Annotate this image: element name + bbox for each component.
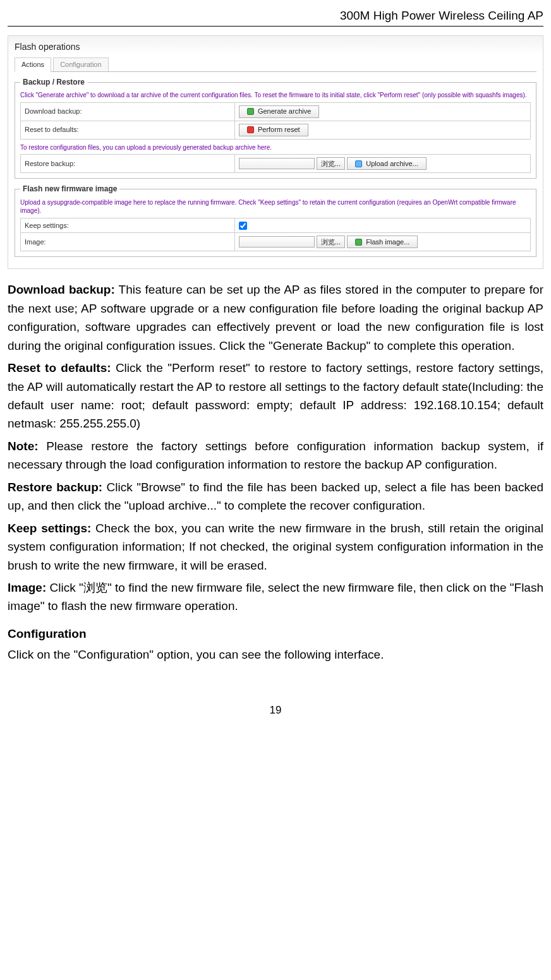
para-keep-settings: Keep settings: Check the box, you can wr… xyxy=(8,519,543,575)
browse-button-image[interactable]: 浏览... xyxy=(317,236,345,248)
configuration-heading: Configuration xyxy=(8,624,543,643)
flash-table: Keep settings: Image: 浏览... Flash image.… xyxy=(20,218,531,252)
download-backup-label: Download backup: xyxy=(21,102,235,121)
archive-icon xyxy=(247,108,254,115)
keep-settings-label: Keep settings: xyxy=(21,218,235,233)
restore-backup-label: Restore backup: xyxy=(21,155,235,173)
generate-archive-label: Generate archive xyxy=(258,107,311,116)
para-image: Image: Click "浏览" to find the new firmwa… xyxy=(8,578,543,616)
text-note: Please restore the factory settings befo… xyxy=(8,439,543,471)
para-note: Note: Please restore the factory setting… xyxy=(8,437,543,474)
upload-archive-button[interactable]: Upload archive... xyxy=(347,157,427,170)
perform-reset-label: Perform reset xyxy=(258,125,300,134)
restore-file-input[interactable] xyxy=(239,158,315,169)
label-keep-settings: Keep settings: xyxy=(8,522,91,535)
label-restore-backup: Restore backup: xyxy=(8,481,102,494)
image-cell: 浏览... Flash image... xyxy=(234,233,530,251)
table-row: Download backup: Generate archive xyxy=(21,102,531,121)
flash-image-label: Flash image... xyxy=(366,237,409,247)
page-header-title: 300M High Power Wireless Ceiling AP xyxy=(340,6,543,25)
tab-bar: Actions Configuration xyxy=(15,57,536,72)
upload-archive-label: Upload archive... xyxy=(366,159,418,169)
backup-restore-section: Backup / Restore Click "Generate archive… xyxy=(15,77,536,179)
page-number: 19 xyxy=(8,702,543,719)
reset-defaults-label: Reset to defaults: xyxy=(21,121,235,139)
para-configuration: Click on the "Configuration" option, you… xyxy=(8,645,543,664)
reset-icon xyxy=(247,126,254,133)
restore-backup-cell: 浏览... Upload archive... xyxy=(234,155,530,173)
flash-icon xyxy=(355,239,362,246)
backup-restore-legend: Backup / Restore xyxy=(20,77,87,87)
backup-table: Download backup: Generate archive Reset … xyxy=(20,102,531,140)
browse-button-restore[interactable]: 浏览... xyxy=(317,157,345,170)
tab-configuration[interactable]: Configuration xyxy=(53,57,108,71)
table-row: Restore backup: 浏览... Upload archive... xyxy=(21,155,531,173)
flash-operations-panel: Flash operations Actions Configuration B… xyxy=(8,35,543,269)
para-restore-backup: Restore backup: Click "Browse" to find t… xyxy=(8,478,543,515)
document-body: Download backup: This feature can be set… xyxy=(8,280,543,664)
para-download-backup: Download backup: This feature can be set… xyxy=(8,280,543,355)
image-file-input[interactable] xyxy=(239,236,315,248)
keep-settings-checkbox[interactable] xyxy=(239,222,247,230)
flash-hint: Upload a sysupgrade-compatible image her… xyxy=(20,198,531,215)
backup-hint-1: Click "Generate archive" to download a t… xyxy=(20,91,531,100)
table-row: Keep settings: xyxy=(21,218,531,233)
upload-icon xyxy=(355,160,362,167)
table-row: Reset to defaults: Perform reset xyxy=(21,121,531,139)
download-backup-cell: Generate archive xyxy=(234,102,530,121)
tab-actions[interactable]: Actions xyxy=(15,57,51,72)
label-note: Note: xyxy=(8,439,39,453)
perform-reset-button[interactable]: Perform reset xyxy=(239,124,308,136)
reset-defaults-cell: Perform reset xyxy=(234,121,530,139)
backup-hint-2: To restore configuration files, you can … xyxy=(20,143,531,152)
panel-title: Flash operations xyxy=(15,41,536,53)
keep-settings-cell xyxy=(234,218,530,233)
flash-firmware-legend: Flash new firmware image xyxy=(20,184,119,194)
label-download-backup: Download backup: xyxy=(8,283,115,296)
flash-image-button[interactable]: Flash image... xyxy=(347,236,418,248)
para-reset-defaults: Reset to defaults: Click the "Perform re… xyxy=(8,359,543,433)
label-reset-defaults: Reset to defaults: xyxy=(8,361,111,374)
text-image: Click "浏览" to find the new firmware file… xyxy=(8,581,543,612)
label-image: Image: xyxy=(8,581,46,594)
restore-table: Restore backup: 浏览... Upload archive... xyxy=(20,154,531,173)
image-label: Image: xyxy=(21,233,235,251)
generate-archive-button[interactable]: Generate archive xyxy=(239,105,319,118)
table-row: Image: 浏览... Flash image... xyxy=(21,233,531,251)
flash-firmware-section: Flash new firmware image Upload a sysupg… xyxy=(15,184,536,257)
